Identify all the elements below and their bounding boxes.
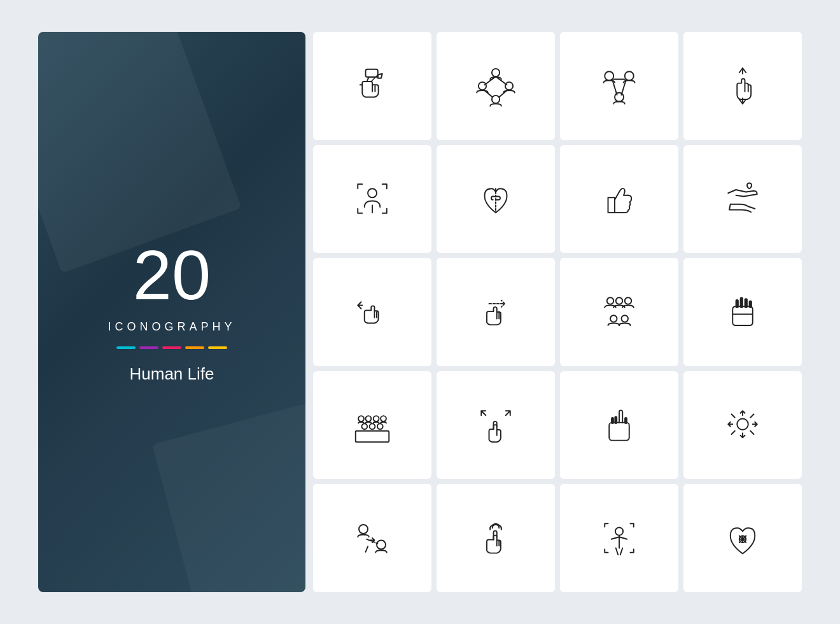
svg-point-47: [377, 423, 383, 429]
icon-count: 20: [133, 240, 211, 310]
color-bar-3: [162, 346, 181, 349]
svg-point-46: [370, 423, 375, 429]
svg-rect-0: [366, 69, 378, 77]
icon-cell-person-full-expand[interactable]: [560, 484, 678, 592]
svg-point-4: [492, 69, 500, 76]
icon-cell-hand-tap[interactable]: [437, 484, 555, 592]
crowd-icon: [350, 403, 395, 448]
person-expand-icon: [350, 176, 395, 221]
network-four-icon: [473, 64, 518, 108]
icon-cell-network-three[interactable]: [560, 32, 678, 140]
heart-puzzle-icon: [473, 176, 518, 221]
hand-scroll-icon: [720, 64, 765, 108]
swipe-right-icon: [473, 290, 518, 334]
network-three-icon: [597, 64, 641, 108]
pinch-zoom-icon: [473, 403, 518, 448]
svg-point-54: [359, 525, 368, 534]
icon-cell-hand-give[interactable]: [683, 145, 802, 253]
svg-point-42: [366, 416, 372, 422]
svg-rect-49: [609, 422, 629, 440]
hand-stop-icon: [720, 290, 765, 334]
iconography-label: ICONOGRAPHY: [108, 320, 235, 334]
icon-cell-user-transfer[interactable]: [313, 484, 431, 592]
color-bar-4: [185, 346, 204, 349]
hand-pointer-icon: [350, 64, 395, 108]
svg-point-5: [479, 82, 486, 90]
svg-point-31: [616, 297, 623, 304]
svg-line-11: [499, 90, 507, 97]
icon-cell-group-meeting[interactable]: [560, 258, 678, 366]
person-target-icon: [720, 403, 765, 448]
color-bar-2: [139, 346, 158, 349]
icon-cell-heart-bandage[interactable]: [683, 484, 802, 592]
svg-point-55: [377, 541, 386, 550]
svg-point-32: [625, 297, 632, 304]
icon-cell-hand-scroll[interactable]: [683, 32, 802, 140]
svg-point-34: [622, 315, 629, 322]
thumbs-up-icon: [597, 176, 641, 221]
icon-cell-hand-pointer[interactable]: [313, 32, 431, 140]
svg-point-41: [358, 416, 364, 422]
svg-line-9: [496, 76, 507, 85]
hand-tap-icon: [473, 516, 518, 560]
svg-point-33: [610, 315, 617, 322]
icon-cell-hand-point[interactable]: [560, 371, 678, 479]
svg-rect-35: [732, 306, 753, 325]
user-transfer-icon: [350, 516, 395, 560]
left-content: 20 ICONOGRAPHY Human Life: [108, 240, 235, 384]
icon-grid: [313, 32, 802, 592]
color-bar-1: [116, 346, 136, 349]
svg-point-22: [368, 189, 377, 198]
color-bar-5: [208, 346, 227, 349]
hand-point-icon: [597, 403, 641, 448]
svg-point-6: [505, 82, 513, 90]
svg-rect-40: [356, 430, 389, 442]
left-panel: 20 ICONOGRAPHY Human Life: [38, 32, 305, 592]
icon-cell-thumbs-up[interactable]: [560, 145, 678, 253]
svg-point-13: [625, 71, 634, 80]
svg-point-12: [605, 71, 613, 80]
heart-bandage-icon: [720, 516, 765, 560]
main-container: 20 ICONOGRAPHY Human Life: [38, 32, 802, 592]
svg-point-30: [607, 297, 614, 304]
svg-line-8: [485, 76, 496, 85]
person-full-expand-icon: [597, 516, 641, 560]
icon-cell-crowd[interactable]: [313, 371, 431, 479]
icon-cell-swipe-left[interactable]: [313, 258, 431, 366]
svg-point-44: [381, 416, 386, 422]
svg-line-10: [485, 90, 493, 97]
swipe-left-icon: [350, 290, 395, 334]
icon-cell-swipe-right[interactable]: [437, 258, 555, 366]
icon-cell-network-four[interactable]: [437, 32, 555, 140]
svg-point-7: [492, 96, 500, 103]
icon-cell-person-target[interactable]: [683, 371, 802, 479]
svg-point-59: [615, 528, 623, 535]
group-meeting-icon: [597, 290, 641, 334]
color-bars: [116, 346, 227, 349]
icon-cell-heart-puzzle[interactable]: [437, 145, 555, 253]
svg-point-53: [737, 418, 748, 430]
hand-give-icon: [720, 176, 765, 221]
svg-point-43: [374, 416, 379, 422]
pack-title: Human Life: [130, 364, 214, 384]
icon-cell-hand-stop[interactable]: [683, 258, 802, 366]
svg-point-45: [361, 423, 367, 429]
icon-cell-pinch-zoom[interactable]: [437, 371, 555, 479]
icon-cell-person-expand[interactable]: [313, 145, 431, 253]
